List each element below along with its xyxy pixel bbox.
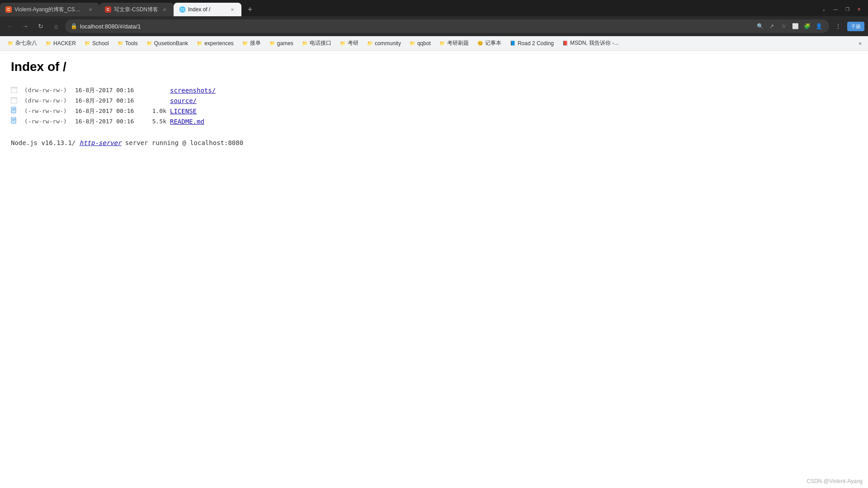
bookmark-experiences[interactable]: 📁 experiences xyxy=(193,38,237,48)
bookmarks-bar: 📁 杂七杂八 📁 HACKER 📁 School 📁 Tools 📁 Quset… xyxy=(0,36,868,51)
search-icon[interactable]: 🔍 xyxy=(755,21,765,31)
bookmark-favicon-tools: 📁 xyxy=(117,40,123,47)
address-bar[interactable]: 🔒 localhost:8080/#/data/1 🔍 ↗ ☆ ⬜ 🧩 👤 xyxy=(65,19,829,33)
bookmark-label-community: community xyxy=(375,40,401,47)
bookmark-tools[interactable]: 📁 Tools xyxy=(113,38,142,48)
file-listing: (drw-rw-rw-) 16-8月-2017 00:16 screenshot… xyxy=(11,85,857,127)
file-perms-readme: (-rw-rw-rw-) xyxy=(21,118,75,125)
bookmark-favicon-jiedan: 📁 xyxy=(242,40,248,47)
server-info-suffix: server running @ localhost:8080 xyxy=(121,139,243,146)
file-date-license: 16-8月-2017 00:16 xyxy=(75,107,147,115)
bookmarks-more[interactable]: » xyxy=(856,38,864,48)
bookmark-community[interactable]: 📁 community xyxy=(363,38,405,48)
dir-icon-source xyxy=(11,96,19,105)
file-perms-screenshots: (drw-rw-rw-) xyxy=(21,87,75,94)
bookmark-label-notepad: 记事本 xyxy=(485,39,501,47)
tab-1-title: Violent-Ayang的博客_CSDN博客 xyxy=(14,6,84,14)
server-link[interactable]: http-server xyxy=(80,139,122,146)
bookmark-games[interactable]: 📁 games xyxy=(265,38,297,48)
bookmark-favicon-phone-api: 📁 xyxy=(302,40,308,47)
tab-1-close[interactable]: ✕ xyxy=(87,6,94,13)
dots-menu[interactable]: ⋮ xyxy=(832,20,844,33)
bookmark-favicon-hacker: 📁 xyxy=(45,40,52,47)
bookmark-zazaqa[interactable]: 📁 杂七杂八 xyxy=(4,38,41,49)
bookmark-label-experiences: experiences xyxy=(204,40,234,47)
forward-button[interactable]: → xyxy=(19,20,32,33)
file-row-screenshots: (drw-rw-rw-) 16-8月-2017 00:16 screenshot… xyxy=(11,85,857,95)
refresh-button[interactable]: ↻ xyxy=(34,20,47,33)
bookmark-favicon-community: 📁 xyxy=(367,40,373,47)
screenshot-icon[interactable]: ⬜ xyxy=(790,21,800,31)
file-date-source: 16-8月-2017 00:16 xyxy=(75,97,147,105)
bookmark-label-school: School xyxy=(92,40,109,47)
file-date-readme: 16-8月-2017 00:16 xyxy=(75,117,147,126)
tab-3-title: Index of / xyxy=(188,6,226,13)
tab-2-favicon: C xyxy=(105,6,111,13)
bookmark-phone-api[interactable]: 📁 电话接口 xyxy=(298,38,335,49)
svg-rect-1 xyxy=(11,98,17,103)
file-name-readme[interactable]: README.md xyxy=(170,118,204,125)
file-row-readme: (-rw-rw-rw-) 16-8月-2017 00:16 5.5k READM… xyxy=(11,116,857,127)
bookmark-label-road2coding: Road 2 Coding xyxy=(518,40,554,47)
back-button[interactable]: ← xyxy=(4,20,16,33)
maximize-button[interactable]: ❐ xyxy=(842,4,853,14)
bookmark-hacker[interactable]: 📁 HACKER xyxy=(42,38,80,48)
extensions-icon[interactable]: 🧩 xyxy=(802,21,812,31)
bookmark-favicon-kaoyan: 📁 xyxy=(340,40,346,47)
minimize-button[interactable]: — xyxy=(830,4,841,14)
tab-list-button[interactable]: ⌄ xyxy=(818,4,829,14)
file-perms-source: (drw-rw-rw-) xyxy=(21,97,75,104)
user-badge[interactable]: 子扬 xyxy=(847,22,864,31)
close-window-button[interactable]: ✕ xyxy=(854,4,864,14)
address-bar-icons: 🔍 ↗ ☆ ⬜ 🧩 👤 xyxy=(755,21,824,31)
bookmark-label-zazaqa: 杂七杂八 xyxy=(15,39,37,47)
file-name-screenshots[interactable]: screenshots/ xyxy=(170,87,216,94)
new-tab-button[interactable]: + xyxy=(243,3,257,16)
bookmark-jiedan[interactable]: 📁 接单 xyxy=(238,38,264,49)
bookmark-label-hacker: HACKER xyxy=(53,40,76,47)
bookmark-notepad[interactable]: 😊 记事本 xyxy=(473,38,505,49)
file-icon-readme xyxy=(11,117,19,126)
page-content: Index of / (drw-rw-rw-) 16-8月-2017 00:16… xyxy=(0,51,868,457)
file-perms-license: (-rw-rw-rw-) xyxy=(21,108,75,114)
bookmark-favicon-road2coding: 📘 xyxy=(509,40,516,47)
tab-2[interactable]: C 写文章-CSDN博客 ✕ xyxy=(99,3,174,16)
bookmark-qqbot[interactable]: 📁 qqbot xyxy=(406,38,434,48)
tab-3[interactable]: 🌐 Index of / ✕ xyxy=(174,3,241,16)
tab-1[interactable]: C Violent-Ayang的博客_CSDN博客 ✕ xyxy=(0,3,99,16)
file-name-license[interactable]: LICENSE xyxy=(170,108,197,115)
bookmark-label-questionbank: QusetionBank xyxy=(154,40,188,47)
bookmark-favicon-experiences: 📁 xyxy=(196,40,203,47)
bookmark-questionbank[interactable]: 📁 QusetionBank xyxy=(142,38,192,48)
home-button[interactable]: ⌂ xyxy=(50,20,62,33)
bookmark-road2coding[interactable]: 📘 Road 2 Coding xyxy=(506,38,557,48)
file-date-screenshots: 16-8月-2017 00:16 xyxy=(75,86,147,94)
bookmark-school[interactable]: 📁 School xyxy=(80,38,113,48)
bookmark-kaoyanst[interactable]: 📁 考研刷题 xyxy=(435,38,472,49)
tab-3-favicon: 🌐 xyxy=(179,6,185,13)
bookmark-star-icon[interactable]: ☆ xyxy=(778,21,788,31)
address-bar-row: ← → ↻ ⌂ 🔒 localhost:8080/#/data/1 🔍 ↗ ☆ … xyxy=(0,16,868,36)
bookmark-favicon-notepad: 😊 xyxy=(477,40,483,47)
tab-bar: C Violent-Ayang的博客_CSDN博客 ✕ C 写文章-CSDN博客… xyxy=(0,0,868,16)
bookmark-label-jiedan: 接单 xyxy=(250,39,261,47)
bookmark-kaoyan[interactable]: 📁 考研 xyxy=(336,38,362,49)
profile-icon[interactable]: 👤 xyxy=(814,21,824,31)
bookmark-label-qqbot: qqbot xyxy=(417,40,431,47)
bookmark-label-kaoyan: 考研 xyxy=(348,39,359,47)
dir-icon-screenshots xyxy=(11,86,19,94)
svg-rect-0 xyxy=(11,87,17,93)
bookmark-label-phone-api: 电话接口 xyxy=(310,39,331,47)
page-title: Index of / xyxy=(11,60,857,74)
share-icon[interactable]: ↗ xyxy=(767,21,777,31)
url-text: localhost:8080/#/data/1 xyxy=(80,23,752,30)
bookmark-favicon-kaoyanst: 📁 xyxy=(439,40,445,47)
bookmark-favicon-games: 📁 xyxy=(269,40,275,47)
tab-2-close[interactable]: ✕ xyxy=(161,6,168,13)
file-name-source[interactable]: source/ xyxy=(170,97,197,104)
server-info: Node.js v16.13.1/ http-server server run… xyxy=(11,139,857,146)
bookmark-msdn[interactable]: 📕 MSDN, 我告诉你 -... xyxy=(558,38,622,49)
lock-icon: 🔒 xyxy=(71,23,77,29)
bookmark-label-kaoyanst: 考研刷题 xyxy=(447,39,469,47)
tab-3-close[interactable]: ✕ xyxy=(229,6,236,13)
